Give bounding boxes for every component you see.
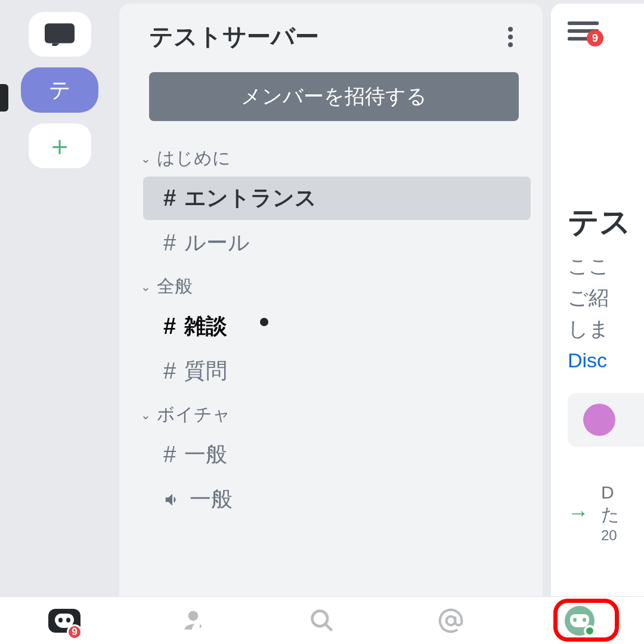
person-wave-icon (180, 608, 206, 634)
svg-point-3 (447, 616, 456, 625)
server-icon-active[interactable]: テ (21, 67, 98, 113)
category-header[interactable]: ⌄ ボイチャ (137, 398, 543, 432)
server-rail: テ ＋ (0, 0, 119, 596)
channel-name: 一般 (190, 485, 233, 514)
category: ⌄ ボイチャ # 一般 一般 (119, 394, 543, 521)
search-icon (309, 608, 335, 634)
join-text: た (601, 503, 620, 527)
channel-general-voice[interactable]: 一般 (143, 478, 531, 521)
hash-icon: # (163, 358, 176, 384)
active-server-indicator (0, 84, 8, 112)
join-text: D (601, 482, 620, 503)
dm-button[interactable] (29, 12, 91, 57)
chat-icon (45, 23, 75, 46)
nav-search[interactable] (303, 604, 341, 637)
category-header[interactable]: ⌄ 全般 (137, 270, 543, 304)
channel-general-text[interactable]: # 一般 (143, 433, 531, 476)
category-header[interactable]: ⌄ はじめに (137, 141, 543, 175)
chevron-down-icon: ⌄ (141, 151, 151, 166)
welcome-card[interactable] (568, 393, 644, 447)
category-name: はじめに (157, 146, 231, 171)
server-menu-button[interactable] (502, 21, 519, 53)
hash-icon: # (163, 314, 176, 339)
hash-icon: # (163, 442, 176, 467)
category-name: 全般 (157, 274, 193, 299)
content-desc-line: ご紹 (568, 282, 644, 314)
nav-friends[interactable] (174, 604, 212, 637)
content-panel: 9 テス ここ ご紹 しま Disc → D た 20 (551, 4, 644, 596)
nav-profile[interactable] (561, 604, 599, 637)
svg-line-2 (326, 624, 332, 630)
plus-icon: ＋ (46, 128, 73, 165)
server-icon-label: テ (49, 76, 71, 105)
notification-badge: 9 (587, 30, 603, 47)
unread-indicator (260, 318, 268, 326)
invite-members-button[interactable]: メンバーを招待する (149, 72, 519, 121)
channel-name: 一般 (184, 440, 227, 469)
status-online-icon (584, 625, 596, 637)
channel-entrance[interactable]: # エントランス (143, 177, 531, 220)
svg-point-1 (312, 611, 328, 626)
nav-home[interactable]: 9 (45, 604, 83, 637)
user-avatar (565, 606, 595, 636)
channel-rules[interactable]: # ルール (143, 221, 531, 265)
chevron-down-icon: ⌄ (141, 408, 151, 422)
content-title: テス (568, 202, 644, 243)
content-link[interactable]: Disc (568, 345, 644, 376)
channel-questions[interactable]: # 質問 (143, 349, 531, 393)
chevron-down-icon: ⌄ (141, 280, 151, 294)
speaker-icon (163, 491, 181, 509)
add-server-button[interactable]: ＋ (29, 123, 91, 168)
hamburger-menu-button[interactable]: 9 (568, 21, 599, 41)
at-icon (438, 608, 464, 634)
channel-name: 雑談 (184, 312, 227, 341)
content-desc-line: しま (568, 313, 644, 345)
nav-mentions[interactable] (432, 604, 470, 637)
channel-name: ルール (184, 228, 250, 258)
wave-icon (583, 404, 615, 436)
hash-icon: # (163, 185, 176, 211)
channel-name: エントランス (184, 184, 317, 213)
channel-panel: テストサーバー メンバーを招待する ⌄ はじめに # エントランス # ルール … (119, 4, 543, 596)
server-name: テストサーバー (149, 20, 319, 53)
content-desc-line: ここ (568, 250, 644, 282)
category-name: ボイチャ (157, 402, 231, 427)
channel-name: 質問 (184, 357, 227, 386)
svg-rect-0 (45, 23, 75, 43)
arrow-right-icon: → (568, 500, 589, 525)
channel-chat[interactable]: # 雑談 (143, 305, 531, 348)
category: ⌄ 全般 # 雑談 # 質問 (119, 266, 543, 393)
hash-icon: # (163, 230, 176, 256)
category: ⌄ はじめに # エントランス # ルール (119, 138, 543, 265)
nav-badge: 9 (67, 624, 82, 640)
bottom-nav: 9 (0, 596, 644, 644)
join-timestamp: 20 (601, 527, 620, 544)
